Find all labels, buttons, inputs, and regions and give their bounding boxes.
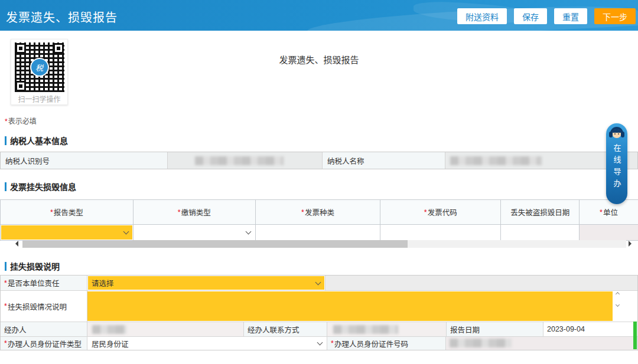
- loss-explanation-table: *是否本单位责任 请选择 *挂失损毁情况说明 经办人 经办人联系方式: [0, 275, 638, 350]
- attach-materials-button[interactable]: 附送资料: [457, 8, 507, 24]
- section-bar: [5, 262, 6, 271]
- top-header-bar: 发票遗失、损毁报告 附送资料 保存 重置 下一步: [0, 0, 638, 31]
- required-asterisk: *: [5, 117, 8, 126]
- chevron-down-icon: [123, 229, 129, 235]
- save-button[interactable]: 保存: [514, 8, 547, 24]
- agent-field[interactable]: [87, 322, 244, 336]
- redacted-agent-name: [92, 325, 126, 334]
- redacted-agent-contact: [333, 325, 398, 334]
- id-type-label: *办理人员身份证件类型: [1, 337, 87, 350]
- section-invoice-loss-info: 发票挂失损毁信息: [5, 181, 76, 192]
- qr-eye-icon: [53, 43, 64, 54]
- qr-code-image: 税: [15, 42, 64, 92]
- taxpayer-id-label: 纳税人识别号: [1, 152, 168, 169]
- scrollbar-thumb[interactable]: [22, 240, 408, 248]
- id-number-field[interactable]: [446, 337, 637, 350]
- horizontal-scrollbar: [0, 240, 638, 248]
- loss-description-cell: [87, 291, 637, 322]
- id-number-label: *办理人员身份证件号码: [327, 337, 446, 350]
- qr-eye-icon: [15, 81, 26, 91]
- online-guide-label: 在线导办: [611, 144, 623, 191]
- report-type-select[interactable]: [1, 225, 132, 240]
- section-bar: [5, 182, 6, 191]
- loss-description-label: *挂失损毁情况说明: [1, 291, 87, 322]
- responsibility-filler: [325, 276, 637, 290]
- responsibility-select[interactable]: 请选择: [88, 276, 324, 290]
- report-date-field[interactable]: 2023-09-04: [543, 322, 637, 336]
- scroll-left-icon[interactable]: [15, 241, 18, 247]
- customer-service-mascot-icon: [609, 127, 624, 141]
- cancel-type-select[interactable]: [134, 225, 255, 240]
- header-actions: 附送资料 保存 重置 下一步: [457, 8, 636, 24]
- invoice-table-row: [1, 224, 638, 240]
- redacted-id-number: [450, 339, 512, 347]
- loss-description-textarea[interactable]: [87, 291, 613, 321]
- chevron-down-icon: [317, 340, 323, 346]
- page: 发票遗失、损毁报告 附送资料 保存 重置 下一步 税 扫一扫学操作 发票遗失、损…: [0, 0, 638, 364]
- id-type-row: *办理人员身份证件类型 居民身份证 *办理人员身份证件号码: [1, 337, 637, 350]
- scrollbar-track[interactable]: [22, 240, 626, 248]
- taxpayer-id-field: [168, 152, 323, 169]
- report-type-cell: [1, 225, 134, 240]
- required-note: *表示必填: [5, 116, 37, 126]
- chevron-down-icon: [245, 229, 251, 235]
- id-type-select[interactable]: 居民身份证: [88, 337, 326, 349]
- id-type-cell: 居民身份证: [87, 337, 327, 350]
- form-title: 发票遗失、损毁报告: [0, 53, 638, 65]
- redacted-taxpayer-id: [195, 156, 284, 165]
- col-header-invoice-code: *发票代码: [380, 200, 501, 224]
- responsibility-label: *是否本单位责任: [1, 276, 87, 290]
- taxpayer-name-label: 纳税人名称: [323, 152, 445, 169]
- scroll-right-icon[interactable]: [629, 241, 632, 247]
- report-date-label: 报告日期: [447, 322, 543, 336]
- loss-description-row: *挂失损毁情况说明: [1, 291, 637, 322]
- edge-indicator: [633, 322, 637, 349]
- qr-code-widget: 税 扫一扫学操作: [11, 39, 68, 105]
- col-header-loss-date: 丢失被盗损毁日期: [501, 200, 580, 224]
- scroll-up-icon[interactable]: [616, 292, 620, 296]
- textarea-scrollbar[interactable]: [614, 292, 621, 320]
- responsibility-row: *是否本单位责任 请选择: [1, 276, 637, 291]
- reset-button[interactable]: 重置: [554, 8, 587, 24]
- col-header-unit: *单位: [580, 200, 638, 224]
- qr-eye-icon: [15, 43, 26, 54]
- next-step-button[interactable]: 下一步: [594, 8, 636, 24]
- taxpayer-row: 纳税人识别号 纳税人名称: [0, 152, 638, 169]
- qr-caption: 扫一扫学操作: [11, 94, 67, 104]
- invoice-table-header: *报告类型 *缴销类型 *发票种类 *发票代码 丢失被盗损毁日期 *单位: [1, 200, 638, 224]
- invoice-kind-cell[interactable]: [256, 225, 381, 240]
- agent-row: 经办人 经办人联系方式 报告日期 2023-09-04: [1, 322, 637, 337]
- invoice-code-cell[interactable]: [380, 225, 501, 240]
- col-header-invoice-kind: *发票种类: [256, 200, 381, 224]
- agent-contact-field[interactable]: [327, 322, 447, 336]
- scroll-down-icon[interactable]: [616, 303, 620, 307]
- section-taxpayer-info: 纳税人基本信息: [5, 135, 68, 146]
- section-bar: [5, 136, 6, 145]
- agent-label: 经办人: [1, 322, 87, 336]
- responsibility-cell: 请选择: [87, 276, 325, 290]
- online-guide-button[interactable]: 在线导办: [606, 123, 627, 204]
- cancel-type-cell: [134, 225, 256, 240]
- redacted-taxpayer-name: [450, 156, 542, 165]
- agent-contact-label: 经办人联系方式: [244, 322, 327, 336]
- col-header-cancel-type: *缴销类型: [134, 200, 256, 224]
- invoice-loss-table: *报告类型 *缴销类型 *发票种类 *发票代码 丢失被盗损毁日期 *单位: [0, 199, 638, 241]
- unit-cell: [580, 225, 638, 240]
- window-title: 发票遗失、损毁报告: [6, 8, 118, 25]
- col-header-report-type: *报告类型: [1, 200, 134, 224]
- chevron-down-icon: [315, 279, 321, 285]
- section-loss-explanation: 挂失损毁说明: [5, 260, 60, 272]
- loss-date-cell[interactable]: [501, 225, 580, 240]
